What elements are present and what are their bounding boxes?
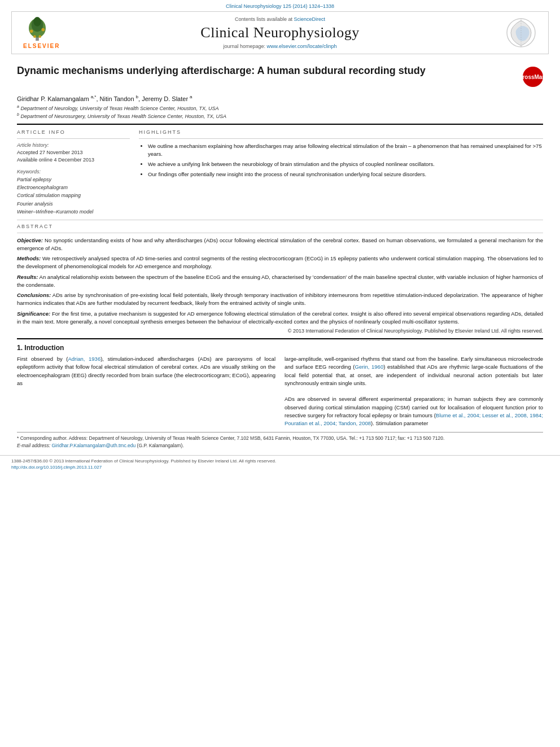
keyword-4: Fourier analysis	[17, 200, 130, 208]
available-date: Available online 4 December 2013	[17, 156, 130, 164]
accepted-date: Accepted 27 November 2013	[17, 149, 130, 157]
elsevier-logo: ELSEVIER	[23, 16, 68, 49]
journal-url[interactable]: www.elsevier.com/locate/clinph	[267, 43, 337, 49]
abstract-label: ABSTRACT	[17, 224, 543, 229]
intro-heading: 1. Introduction	[17, 344, 543, 352]
authors: Giridhar P. Kalamangalam a,*, Nitin Tand…	[17, 94, 543, 102]
footnote-corresponding: * Corresponding author. Address: Departm…	[17, 435, 543, 442]
journal-header: ELSEVIER Contents lists available at Sci…	[11, 11, 549, 54]
elsevier-text: ELSEVIER	[23, 43, 60, 49]
journal-header-center: Contents lists available at ScienceDirec…	[68, 16, 492, 49]
elsevier-tree-icon	[23, 16, 51, 42]
intro-col-right: large-amplitude, well-organised rhythms …	[285, 355, 543, 427]
abstract-objective: Objective: No synoptic understanding exi…	[17, 237, 543, 253]
doi-link[interactable]: http://dx.doi.org/10.1016/j.clinph.2013.…	[11, 465, 549, 470]
abstract-conclusions: Conclusions: ADs arise by synchronisatio…	[17, 291, 543, 308]
issn-line: 1388-2457/$36.00 © 2013 International Fe…	[11, 458, 549, 464]
svg-point-5	[42, 28, 45, 32]
info-divider	[17, 138, 130, 139]
highlights-label: HIGHLIGHTS	[139, 129, 543, 135]
journal-title: Clinical Neurophysiology	[68, 24, 492, 41]
sciencedirect-link[interactable]: ScienceDirect	[294, 16, 326, 22]
info-highlights-section: ARTICLE INFO Article history: Accepted 2…	[17, 129, 543, 216]
contents-line: Contents lists available at ScienceDirec…	[68, 16, 492, 22]
keyword-2: Electroencephalogram	[17, 184, 130, 191]
keyword-5: Weiner–Winfree–Kuramoto model	[17, 208, 130, 216]
abstract-section: ABSTRACT Objective: No synoptic understa…	[17, 224, 543, 334]
article-body: Dynamic mechanisms underlying afterdisch…	[11, 54, 549, 449]
affiliation-a: a Department of Neurology, University of…	[17, 104, 543, 111]
abstract-significance: Significance: For the first time, a puta…	[17, 310, 543, 326]
copyright-text: © 2013 International Federation of Clini…	[17, 328, 543, 334]
abstract-methods: Methods: We retrospectively analysed spe…	[17, 255, 543, 271]
abstract-results: Results: An analytical relationship exis…	[17, 273, 543, 290]
right-logo	[492, 18, 537, 49]
footnote-email: E-mail address: Giridhar.P.Kalamangalam@…	[17, 442, 543, 449]
highlights-list: We outline a mechanism explaining how af…	[139, 142, 543, 179]
keyword-1: Partial epilepsy	[17, 176, 130, 184]
keywords-label: Keywords:	[17, 169, 130, 174]
blume-ref[interactable]: Blume et al., 2004; Lesser et al., 2008,…	[285, 412, 543, 426]
svg-point-7	[38, 35, 41, 38]
intro-text-columns: First observed by (Adrian, 1936), stimul…	[17, 355, 543, 427]
highlight-2: We achieve a unifying link between the n…	[148, 160, 543, 168]
section-divider	[17, 220, 543, 220]
highlights-column: HIGHLIGHTS We outline a mechanism explai…	[139, 129, 543, 216]
body-divider	[17, 338, 543, 339]
keyword-3: Cortical stimulation mapping	[17, 191, 130, 199]
footnote-divider	[17, 432, 543, 433]
article-title: Dynamic mechanisms underlying afterdisch…	[17, 64, 523, 77]
gerin-ref[interactable]: Gerin, 1960	[355, 364, 384, 370]
introduction-section: 1. Introduction First observed by (Adria…	[17, 344, 543, 427]
title-divider	[17, 124, 543, 125]
svg-point-4	[30, 29, 33, 33]
svg-point-6	[33, 35, 36, 38]
abstract-divider	[17, 233, 543, 233]
adrian-ref[interactable]: Adrian, 1936	[68, 356, 100, 362]
article-title-section: Dynamic mechanisms underlying afterdisch…	[17, 64, 543, 90]
svg-point-3	[33, 17, 41, 27]
intro-col-left: First observed by (Adrian, 1936), stimul…	[17, 355, 275, 427]
crossmark-icon: CrossMark	[518, 74, 548, 80]
journal-homepage: journal homepage: www.elsevier.com/locat…	[68, 43, 492, 49]
highlight-3: Our findings offer potentially new insig…	[148, 171, 543, 178]
article-info-column: ARTICLE INFO Article history: Accepted 2…	[17, 129, 130, 216]
journal-citation: Clinical Neurophysiology 125 (2014) 1324…	[0, 0, 560, 11]
affiliation-b: b Department of Neurosurgery, University…	[17, 112, 543, 119]
bottom-bar: 1388-2457/$36.00 © 2013 International Fe…	[0, 455, 560, 473]
journal-symbol-icon	[506, 18, 537, 49]
highlights-divider	[139, 138, 543, 139]
history-label: Article history:	[17, 142, 130, 148]
article-info-label: ARTICLE INFO	[17, 129, 130, 135]
crossmark-badge: CrossMark	[523, 67, 543, 87]
email-link[interactable]: Giridhar.P.Kalamangalam@uth.tmc.edu	[51, 443, 135, 448]
highlight-1: We outline a mechanism explaining how af…	[148, 142, 543, 159]
